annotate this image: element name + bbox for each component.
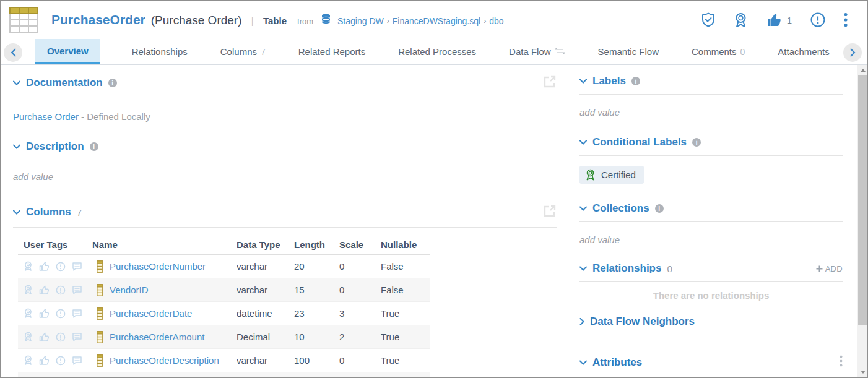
header-user-tags: User Tags [18, 239, 92, 250]
data-flow-neighbors-title[interactable]: Data Flow Neighbors [590, 316, 695, 328]
collections-placeholder[interactable]: add value [579, 234, 843, 245]
tab-relationships[interactable]: Relationships [131, 39, 189, 64]
columns-title[interactable]: Columns [26, 206, 71, 218]
breadcrumb-item-financedwstaging-sql[interactable]: FinanceDWStaging.sql [393, 16, 480, 26]
open-editor-icon[interactable] [543, 75, 557, 91]
tab-semantic-flow[interactable]: Semantic Flow [597, 39, 660, 64]
column-scale: 0 [339, 355, 381, 366]
labels-placeholder[interactable]: add value [579, 107, 843, 118]
column-data-type: datetime [237, 308, 294, 319]
chevron-down-icon[interactable] [13, 80, 20, 85]
documentation-title[interactable]: Documentation [26, 77, 103, 89]
alert-icon[interactable] [56, 262, 66, 272]
tab-related-processes[interactable]: Related Processes [397, 39, 477, 64]
column-nullable: False [381, 261, 430, 272]
scroll-up-arrow[interactable] [857, 65, 868, 75]
chevron-down-icon[interactable] [579, 140, 587, 145]
info-icon[interactable]: i [631, 77, 640, 85]
info-icon[interactable]: i [655, 204, 664, 213]
column-row-purchaseordernumber: PurchaseOrderNumbervarchar200False [18, 255, 430, 278]
tab-label: Columns [220, 46, 257, 57]
tab-label: Semantic Flow [598, 46, 659, 57]
column-name-link[interactable]: PurchaseOrderNumber [110, 261, 237, 272]
column-scale: 2 [339, 332, 381, 342]
thumbs-up-icon[interactable] [766, 12, 782, 27]
comment-icon[interactable] [72, 332, 82, 342]
breadcrumb-item-staging-dw[interactable]: Staging DW [337, 16, 384, 26]
chevron-right-icon[interactable] [579, 318, 584, 325]
column-name-link[interactable]: PurchaseOrderDescription [110, 355, 237, 366]
tab-attachments[interactable]: Attachments [776, 39, 830, 64]
scroll-down-arrow[interactable] [857, 367, 868, 377]
chevron-down-icon[interactable] [579, 206, 587, 211]
thumbs-up-icon[interactable] [39, 285, 50, 295]
object-type-label: Table [263, 15, 287, 26]
comment-icon[interactable] [72, 285, 82, 295]
vertical-scrollbar[interactable] [857, 65, 867, 377]
alert-circle-icon[interactable] [810, 12, 825, 27]
chevron-down-icon[interactable] [13, 210, 20, 215]
column-nullable: True [381, 355, 430, 366]
alert-icon[interactable] [56, 332, 66, 342]
thumbs-up-icon[interactable] [39, 332, 50, 342]
tab-overview[interactable]: Overview [35, 39, 100, 64]
certify-icon[interactable] [24, 261, 33, 272]
open-editor-icon[interactable] [543, 204, 557, 220]
certify-icon[interactable] [24, 355, 33, 366]
chevron-down-icon[interactable] [579, 79, 587, 84]
chevron-down-icon[interactable] [579, 360, 587, 365]
scrollbar-thumb[interactable] [858, 75, 867, 325]
info-icon[interactable]: i [90, 142, 98, 151]
column-name-link[interactable]: PurchaseOrderAmount [110, 332, 237, 342]
labels-title[interactable]: Labels [592, 75, 626, 87]
thumbs-up-icon[interactable] [39, 261, 50, 272]
kebab-menu-icon[interactable] [844, 12, 848, 27]
thumbs-up-icon[interactable] [39, 355, 50, 366]
tab-columns[interactable]: Columns7 [219, 39, 267, 64]
alert-icon[interactable] [56, 285, 66, 295]
description-title[interactable]: Description [26, 140, 84, 153]
comment-icon[interactable] [72, 262, 82, 272]
add-relationship-button[interactable]: ADD [816, 264, 843, 273]
comment-icon[interactable] [72, 309, 82, 319]
breadcrumb-item-dbo[interactable]: dbo [489, 16, 503, 26]
certified-chip[interactable]: Certified [579, 166, 644, 184]
attributes-title[interactable]: Attributes [592, 356, 642, 369]
documentation-link[interactable]: Purchase Order [13, 111, 79, 122]
conditional-labels-title[interactable]: Conditional Labels [592, 136, 687, 148]
column-data-type: varchar [237, 261, 294, 272]
info-icon[interactable]: i [108, 79, 117, 87]
column-length: 20 [294, 261, 339, 272]
certify-icon[interactable] [24, 332, 33, 342]
relationships-section: Relationships 0 ADD There are no relatio… [579, 262, 843, 301]
column-name-link[interactable]: VendorID [110, 285, 237, 295]
certify-icon[interactable] [24, 285, 33, 295]
info-icon[interactable]: i [692, 138, 701, 147]
attributes-menu-icon[interactable] [840, 355, 843, 369]
header-data-type: Data Type [237, 239, 294, 250]
tab-comments[interactable]: Comments0 [690, 39, 746, 64]
comment-icon[interactable] [72, 356, 82, 366]
certify-icon[interactable] [24, 308, 33, 319]
thumbs-up-icon[interactable] [39, 308, 50, 319]
header-length: Length [294, 239, 339, 250]
alert-icon[interactable] [56, 309, 66, 319]
tabs-scroll-right-button[interactable] [843, 43, 862, 62]
tab-data-flow[interactable]: Data Flow [508, 39, 566, 64]
user-tags [18, 285, 92, 295]
tab-related-reports[interactable]: Related Reports [297, 39, 367, 64]
column-name-link[interactable]: PurchaseOrderDate [110, 308, 237, 319]
description-placeholder[interactable]: add value [13, 171, 557, 182]
tabs-scroll-left-button[interactable] [4, 43, 22, 62]
user-tags [18, 261, 92, 272]
chevron-down-icon[interactable] [13, 144, 20, 149]
column-nullable: True [381, 332, 430, 342]
alert-icon[interactable] [56, 356, 66, 366]
column-nullable: True [381, 308, 430, 319]
shield-check-icon[interactable] [701, 12, 715, 27]
app-window: PurchaseOrder (Purchase Order) | Table f… [0, 0, 868, 378]
collections-title[interactable]: Collections [592, 202, 649, 215]
certified-award-icon[interactable] [734, 12, 748, 28]
relationships-title[interactable]: Relationships [592, 262, 661, 275]
chevron-down-icon[interactable] [579, 266, 587, 271]
